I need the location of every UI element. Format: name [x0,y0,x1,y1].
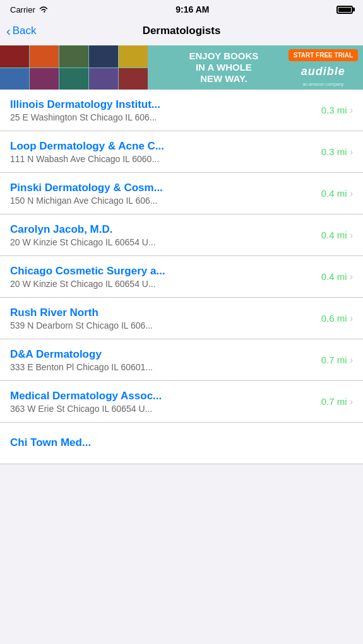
book-cover [59,45,88,67]
list-item[interactable]: Rush River North 539 N Dearborn St Chica… [0,298,363,339]
wifi-icon [39,6,49,13]
ad-amazon-text: an amazon company [302,82,343,86]
distance-label: 0.3 mi [321,105,347,115]
practice-address: 20 W Kinzie St Chicago IL 60654 U... [10,237,316,247]
results-list: Illinois Dermatology Institut... 25 E Wa… [0,90,363,464]
list-item[interactable]: Carolyn Jacob, M.D. 20 W Kinzie St Chica… [0,214,363,256]
battery-icon [336,6,353,14]
chevron-right-icon: › [350,105,353,116]
list-item-right: 0.6 mi › [321,313,353,324]
status-bar: Carrier 9:16 AM [0,0,363,18]
practice-name: D&A Dermatology [10,348,316,361]
practice-address: 111 N Wabash Ave Chicago IL 6060... [10,154,316,164]
back-chevron-icon: ‹ [6,25,11,37]
list-item-content: Medical Dermatology Assoc... 363 W Erie … [10,390,316,414]
distance-label: 0.3 mi [321,146,347,157]
carrier-text: Carrier [10,5,35,15]
distance-label: 0.7 mi [321,354,347,365]
ad-cta-section[interactable]: START FREE TRIAL audible an amazon compa… [283,45,363,90]
book-cover [30,68,59,90]
list-item[interactable]: Chicago Cosmetic Surgery a... 20 W Kinzi… [0,256,363,298]
list-item[interactable]: Chi Town Med... [0,423,363,464]
practice-address: 333 E Benton Pl Chicago IL 60601... [10,362,316,372]
list-item-right: 0.4 mi › [321,188,353,199]
book-cover [0,45,29,67]
practice-name: Chi Town Med... [10,436,353,449]
chevron-right-icon: › [350,188,353,199]
practice-name: Chicago Cosmetic Surgery a... [10,265,316,278]
chevron-right-icon: › [350,313,353,324]
practice-name: Medical Dermatology Assoc... [10,390,316,402]
list-item[interactable]: Loop Dermatology & Acne C... 111 N Wabas… [0,131,363,173]
status-time: 9:16 AM [176,4,209,15]
list-item-content: Chi Town Med... [10,436,353,450]
list-item-content: Loop Dermatology & Acne C... 111 N Wabas… [10,140,316,164]
book-cover [30,45,59,67]
ad-text-section: ENJOY BOOKSIN A WHOLENEW WAY. [164,45,283,90]
practice-name: Illinois Dermatology Institut... [10,98,316,111]
page-title: Dermatologists [143,25,221,37]
list-item-content: Chicago Cosmetic Surgery a... 20 W Kinzi… [10,265,316,289]
chevron-right-icon: › [350,354,353,366]
distance-label: 0.7 mi [321,396,347,407]
practice-address: 363 W Erie St Chicago IL 60654 U... [10,404,316,414]
list-item[interactable]: Medical Dermatology Assoc... 363 W Erie … [0,381,363,423]
practice-address: 539 N Dearborn St Chicago IL 606... [10,320,316,331]
ad-headline: ENJOY BOOKSIN A WHOLENEW WAY. [189,50,258,85]
chevron-right-icon: › [350,230,353,241]
ad-books [0,45,164,90]
practice-address: 150 N Michigan Ave Chicago IL 606... [10,196,316,206]
nav-bar: ‹ Back Dermatologists [0,18,363,45]
list-item-content: Illinois Dermatology Institut... 25 E Wa… [10,98,316,122]
list-item-content: Rush River North 539 N Dearborn St Chica… [10,307,316,331]
practice-name: Rush River North [10,307,316,319]
practice-address: 25 E Washington St Chicago IL 606... [10,112,316,122]
book-cover [119,68,148,90]
practice-name: Loop Dermatology & Acne C... [10,140,316,153]
practice-address: 20 W Kinzie St Chicago IL 60654 U... [10,279,316,289]
list-item[interactable]: Illinois Dermatology Institut... 25 E Wa… [0,90,363,131]
chevron-right-icon: › [350,396,353,407]
back-label: Back [13,25,37,37]
distance-label: 0.4 mi [321,188,347,199]
back-button[interactable]: ‹ Back [6,25,36,37]
book-grid [0,45,148,90]
list-item-right: 0.4 mi › [321,271,353,283]
practice-name: Carolyn Jacob, M.D. [10,223,316,236]
book-cover [119,45,148,67]
ad-banner[interactable]: ENJOY BOOKSIN A WHOLENEW WAY. START FREE… [0,45,363,90]
list-item-right: 0.3 mi › [321,146,353,158]
list-item-right: 0.4 mi › [321,230,353,241]
book-cover [89,68,118,90]
list-item-right: 0.7 mi › [321,354,353,366]
distance-label: 0.4 mi [321,230,347,240]
list-item-content: Pinski Dermatology & Cosm... 150 N Michi… [10,182,316,206]
list-item[interactable]: D&A Dermatology 333 E Benton Pl Chicago … [0,339,363,381]
list-item-right: 0.7 mi › [321,396,353,407]
list-item[interactable]: Pinski Dermatology & Cosm... 150 N Michi… [0,173,363,214]
book-cover [59,68,88,90]
carrier-label: Carrier [10,5,49,15]
book-cover [89,45,118,67]
list-item-content: Carolyn Jacob, M.D. 20 W Kinzie St Chica… [10,223,316,247]
ad-audible-logo: audible [301,65,345,78]
chevron-right-icon: › [350,271,353,283]
list-item-content: D&A Dermatology 333 E Benton Pl Chicago … [10,348,316,372]
chevron-right-icon: › [350,146,353,158]
ad-cta-button[interactable]: START FREE TRIAL [289,49,358,61]
distance-label: 0.6 mi [321,313,347,324]
list-item-right: 0.3 mi › [321,105,353,116]
distance-label: 0.4 mi [321,271,347,282]
book-cover [0,68,29,90]
practice-name: Pinski Dermatology & Cosm... [10,182,316,194]
